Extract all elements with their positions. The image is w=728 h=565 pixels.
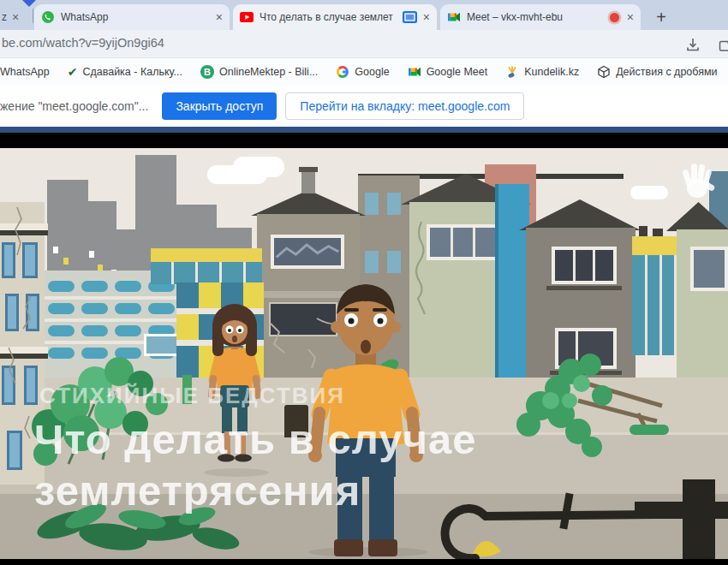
- floor-strip: [41, 318, 182, 322]
- tab-whatsapp[interactable]: WhatsApp ×: [34, 4, 230, 30]
- house-roof: [519, 199, 641, 230]
- address-bar[interactable]: be.com/watch?v=9yijOn9gi64: [2, 36, 164, 50]
- tab-meet[interactable]: Meet – vkx-mvht-ebu ×: [440, 4, 641, 30]
- bookmark-label: Google: [355, 66, 389, 78]
- bookmark-google[interactable]: Google: [336, 65, 389, 79]
- download-icon[interactable]: [684, 36, 701, 53]
- left-glass: [151, 262, 262, 284]
- cube-icon: [597, 65, 611, 79]
- bookmark-label: OnlineMektep - Bili...: [219, 66, 318, 78]
- house-window: [552, 247, 617, 284]
- close-icon[interactable]: ×: [423, 11, 430, 23]
- chimney: [301, 170, 315, 193]
- balcony-building-window: [365, 193, 379, 215]
- close-icon[interactable]: ×: [627, 11, 634, 23]
- partial-tab-title: z: [2, 11, 7, 23]
- glass-mullion: [645, 255, 647, 355]
- window-mullion: [451, 228, 453, 257]
- bookmark-sdavaika[interactable]: ✔ Сдавайка - Кальку...: [68, 65, 182, 79]
- glass-mullion: [219, 262, 222, 284]
- bookmark-label: Действия с дробями: [616, 66, 717, 78]
- tab-youtube[interactable]: Что делать в случае землет ×: [233, 4, 437, 30]
- tab-title: Meet – vkx-mvht-ebu: [467, 11, 604, 23]
- bookmark-onlinemektep[interactable]: B OnlineMektep - Bili...: [200, 65, 318, 79]
- browser-window: z × WhatsApp × Что делать в случае земле…: [0, 0, 728, 565]
- share-icon[interactable]: [718, 36, 728, 53]
- bookmark-label: Сдавайка - Кальку...: [82, 66, 182, 78]
- bookmark-whatsapp[interactable]: WhatsApp: [0, 66, 50, 78]
- channel-watermark-hand-icon: [681, 161, 715, 200]
- tab-title: WhatsApp: [61, 11, 210, 23]
- fallen-tree: [510, 349, 672, 461]
- video-overlay-title: Что делать в случае землетрясения: [34, 413, 476, 516]
- checkmark-icon: ✔: [68, 65, 78, 79]
- google-meet-icon: [408, 65, 421, 79]
- glass-mullion: [243, 262, 246, 284]
- skyline-window: [89, 251, 94, 258]
- left-awning: [151, 248, 262, 262]
- balcony-bar: [546, 286, 622, 290]
- tab-partial[interactable]: z ×: [0, 4, 31, 30]
- window-mullion: [473, 228, 475, 257]
- skyline-window: [63, 258, 69, 265]
- new-tab-button[interactable]: +: [649, 5, 673, 29]
- glass-mullion: [171, 262, 174, 284]
- glass-mullion: [659, 255, 662, 355]
- onlinemektep-icon: B: [200, 65, 214, 79]
- google-g-icon: [336, 65, 349, 79]
- recording-indicator-icon: [610, 13, 619, 22]
- zigzag-chart-window: [271, 235, 344, 269]
- video-overlay-title-line1: Что делать в случае: [34, 413, 476, 465]
- bookmark-google-meet[interactable]: Google Meet: [408, 65, 488, 79]
- video-player[interactable]: СТИХИЙНЫЕ БЕДСТВИЯ Что делать в случае з…: [0, 133, 728, 565]
- bookmark-fractions[interactable]: Действия с дробями: [597, 65, 717, 79]
- youtube-icon: [240, 12, 254, 22]
- tab-strip: z × WhatsApp × Что делать в случае земле…: [0, 0, 728, 30]
- balcony-building-window: [387, 251, 401, 273]
- close-access-button[interactable]: Закрыть доступ: [162, 92, 277, 120]
- sharing-infobar: жение "meet.google.com"... Закрыть досту…: [0, 86, 728, 127]
- bookmark-kundelik[interactable]: Kundelik.kz: [505, 65, 579, 79]
- bookmark-label: Kundelik.kz: [524, 66, 579, 78]
- bookmark-label: WhatsApp: [0, 66, 50, 78]
- close-icon[interactable]: ×: [216, 11, 223, 23]
- infobar-message: жение "meet.google.com"...: [0, 99, 148, 113]
- window-mullion: [593, 250, 595, 281]
- bookmarks-bar: WhatsApp ✔ Сдавайка - Кальку... B Online…: [0, 58, 728, 86]
- house-window: [690, 247, 728, 291]
- kundelik-hand-icon: [505, 65, 519, 79]
- cloud: [233, 157, 284, 177]
- house-window: [427, 224, 500, 260]
- toolbar: be.com/watch?v=9yijOn9gi64: [0, 30, 728, 58]
- video-overlay-tagline: СТИХИЙНЫЕ БЕДСТВИЯ: [39, 383, 345, 409]
- zigzag-line: [274, 238, 341, 265]
- tab-capture-border: [0, 127, 728, 133]
- tab-sharing-indicator-icon: [403, 11, 417, 23]
- chimney-cap: [299, 167, 318, 172]
- tab-title: Что делать в случае землет: [260, 11, 397, 23]
- bookmark-label: Google Meet: [427, 66, 488, 78]
- skyline-window: [53, 247, 58, 253]
- window-mullion: [573, 250, 576, 281]
- close-icon[interactable]: ×: [12, 11, 19, 23]
- balcony-building-window: [387, 193, 401, 215]
- balcony-building-window: [365, 251, 379, 273]
- google-meet-icon: [447, 10, 461, 24]
- fallen-lamp-post: [433, 479, 728, 559]
- drag-handle-triangle: [22, 0, 36, 7]
- house-roof: [251, 190, 366, 216]
- floor-strip: [41, 296, 182, 300]
- go-to-tab-button[interactable]: Перейти на вкладку: meet.google.com: [285, 92, 524, 120]
- cartoon-scene: СТИХИЙНЫЕ БЕДСТВИЯ Что делать в случае з…: [0, 148, 728, 559]
- glass-mullion: [195, 262, 198, 284]
- window-row: [48, 303, 175, 314]
- video-overlay-title-line2: землетрясения: [34, 465, 476, 516]
- cloud: [630, 186, 668, 199]
- whatsapp-icon: [41, 10, 55, 24]
- tab-separator: [33, 9, 33, 23]
